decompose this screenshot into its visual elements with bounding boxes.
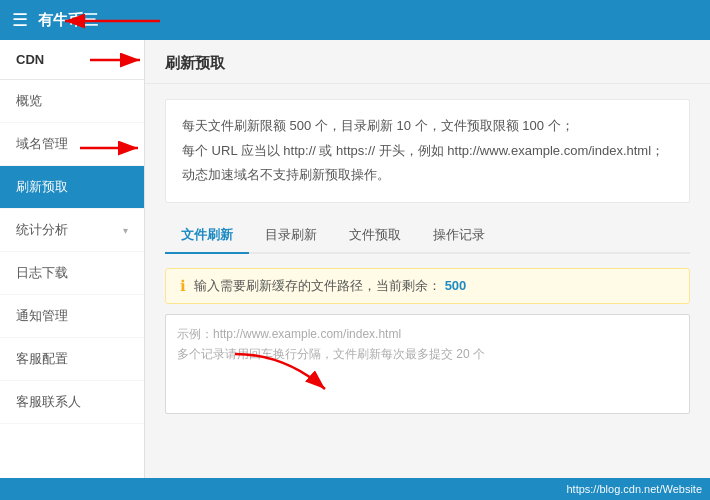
info-line-2: 每个 URL 应当以 http:// 或 https:// 开头，例如 http… — [182, 139, 673, 164]
sidebar-item-domain[interactable]: 域名管理 — [0, 123, 144, 166]
menu-icon[interactable]: ☰ — [12, 9, 28, 31]
remaining-count: 500 — [445, 278, 467, 293]
warning-bar: ℹ 输入需要刷新缓存的文件路径，当前剩余： 500 — [165, 268, 690, 304]
tab-file-refresh[interactable]: 文件刷新 — [165, 218, 249, 254]
header-arrow-decoration — [55, 8, 165, 34]
header: ☰ 有牛币三 — [0, 0, 710, 40]
main-content: 刷新预取 每天文件刷新限额 500 个，目录刷新 10 个，文件预取限额 100… — [145, 40, 710, 500]
warning-text: 输入需要刷新缓存的文件路径，当前剩余： 500 — [194, 277, 466, 295]
sidebar-item-stats[interactable]: 统计分析 ▾ — [0, 209, 144, 252]
tab-operation-log[interactable]: 操作记录 — [417, 218, 501, 254]
page-title: 刷新预取 — [145, 40, 710, 84]
url-input[interactable] — [165, 314, 690, 414]
sidebar-item-config[interactable]: 客服配置 — [0, 338, 144, 381]
sidebar-item-logs[interactable]: 日志下载 — [0, 252, 144, 295]
textarea-container: 示例：http://www.example.com/index.html 多个记… — [165, 314, 690, 417]
warning-icon: ℹ — [180, 277, 186, 295]
statusbar-text: https://blog.cdn.net/Website — [566, 483, 702, 495]
sidebar-item-cdn[interactable]: CDN — [0, 40, 144, 80]
tab-file-prefetch[interactable]: 文件预取 — [333, 218, 417, 254]
sidebar-item-contact[interactable]: 客服联系人 — [0, 381, 144, 424]
info-line-3: 动态加速域名不支持刷新预取操作。 — [182, 163, 673, 188]
sidebar-item-overview[interactable]: 概览 — [0, 80, 144, 123]
sidebar: CDN 概览 域名管理 刷新预取 统计分析 ▾ 日志下载 通知管理 客服配置 客… — [0, 40, 145, 500]
tab-dir-refresh[interactable]: 目录刷新 — [249, 218, 333, 254]
sidebar-item-notify[interactable]: 通知管理 — [0, 295, 144, 338]
layout: CDN 概览 域名管理 刷新预取 统计分析 ▾ 日志下载 通知管理 客服配置 客… — [0, 40, 710, 500]
chevron-down-icon: ▾ — [123, 225, 128, 236]
tabs-bar: 文件刷新 目录刷新 文件预取 操作记录 — [165, 218, 690, 254]
sidebar-item-refresh[interactable]: 刷新预取 — [0, 166, 144, 209]
statusbar: https://blog.cdn.net/Website — [0, 478, 710, 500]
info-line-1: 每天文件刷新限额 500 个，目录刷新 10 个，文件预取限额 100 个； — [182, 114, 673, 139]
info-box: 每天文件刷新限额 500 个，目录刷新 10 个，文件预取限额 100 个； 每… — [165, 99, 690, 203]
